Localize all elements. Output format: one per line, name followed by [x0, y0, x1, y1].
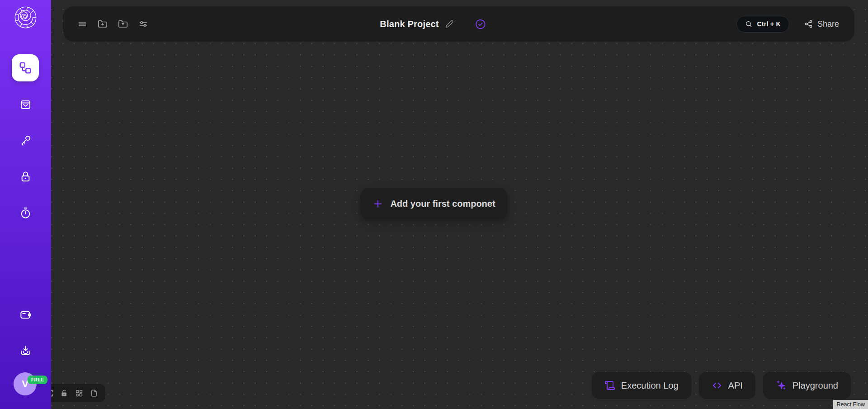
react-flow-attribution[interactable]: React Flow [833, 400, 868, 409]
plan-badge: FREE [28, 376, 47, 384]
add-first-component-label: Add your first componet [390, 199, 495, 209]
project-title: Blank Project [380, 19, 439, 29]
check-circle-icon [475, 19, 486, 30]
folder-import-icon [98, 19, 108, 29]
file-icon [90, 389, 98, 397]
edit-title-button[interactable] [446, 20, 454, 28]
sidebar-item-keys[interactable] [19, 134, 32, 147]
import-icon [19, 345, 32, 357]
scroll-icon [604, 380, 615, 391]
execution-log-button[interactable]: Execution Log [592, 372, 691, 399]
sidebar: V FREE [0, 0, 51, 409]
lock-icon [19, 171, 32, 183]
bottom-panels-group: Execution Log API Playground [592, 372, 851, 399]
execution-log-label: Execution Log [621, 380, 679, 391]
menu-icon [77, 19, 87, 29]
share-icon [804, 19, 813, 29]
share-label: Share [817, 19, 839, 29]
user-avatar[interactable]: V FREE [14, 372, 45, 398]
file-button[interactable] [90, 389, 98, 397]
timer-icon [19, 207, 32, 219]
saved-status-indicator[interactable] [475, 19, 486, 30]
grid-layout-button[interactable] [75, 389, 83, 397]
sidebar-item-workflows[interactable] [12, 54, 39, 81]
code-icon [712, 380, 722, 391]
sidebar-item-schedules[interactable] [19, 207, 32, 219]
workflow-icon [19, 61, 32, 75]
top-toolbar: Blank Project Ctrl + K [63, 6, 854, 42]
add-first-component-button[interactable]: Add your first componet [360, 188, 507, 219]
api-label: API [728, 380, 743, 391]
menu-button[interactable] [77, 19, 87, 29]
playground-label: Playground [793, 380, 838, 391]
search-shortcut-label: Ctrl + K [757, 20, 781, 28]
wallet-icon [19, 309, 32, 321]
sidebar-item-import[interactable] [19, 345, 32, 357]
folder-export-button[interactable] [118, 19, 128, 29]
grid-icon [75, 389, 83, 397]
settings-sliders-icon [138, 19, 148, 29]
settings-sliders-button[interactable] [138, 19, 148, 29]
search-icon [745, 20, 752, 28]
sidebar-item-billing[interactable] [19, 309, 32, 321]
app-window: V FREE [0, 0, 868, 409]
lock-interactivity-button[interactable] [60, 389, 68, 397]
folder-export-icon [118, 19, 128, 29]
playground-button[interactable]: Playground [763, 372, 851, 399]
sidebar-item-secrets[interactable] [19, 171, 32, 183]
key-icon [19, 134, 32, 147]
pencil-icon [446, 20, 454, 28]
inbox-icon [19, 99, 32, 111]
project-title-group: Blank Project [380, 19, 486, 30]
toolbar-right-group: Ctrl + K Share [736, 16, 839, 33]
plus-icon [373, 199, 383, 209]
toolbar-left-group [63, 19, 148, 29]
sparkles-icon [776, 380, 787, 391]
folder-import-button[interactable] [98, 19, 108, 29]
lock-icon [60, 389, 68, 397]
command-search-button[interactable]: Ctrl + K [736, 16, 789, 33]
nautilus-logo[interactable] [13, 5, 38, 30]
api-button[interactable]: API [699, 372, 755, 399]
sidebar-item-inbox[interactable] [19, 99, 32, 111]
share-button[interactable]: Share [804, 19, 839, 29]
